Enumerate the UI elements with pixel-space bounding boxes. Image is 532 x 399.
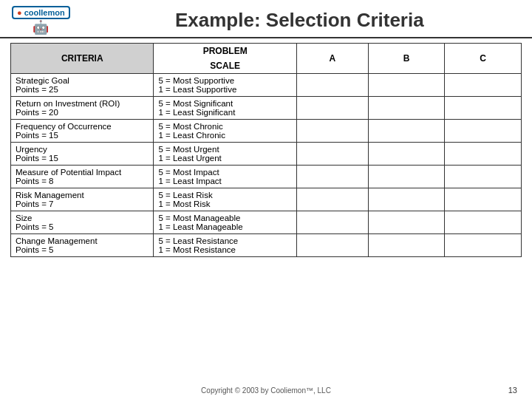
- table-row: Strategic GoalPoints = 255 = Most Suppor…: [11, 74, 522, 97]
- cell-a: [296, 166, 368, 188]
- page: ● coollemon 🤖 Example: Selection Criteri…: [0, 0, 532, 399]
- criteria-cell: Return on Investment (ROI)Points = 20: [11, 97, 154, 120]
- cell-b: [368, 74, 445, 97]
- logo-area: ● coollemon 🤖: [12, 6, 70, 34]
- table-row: Measure of Potential ImpactPoints = 85 =…: [11, 166, 522, 188]
- table-row: Return on Investment (ROI)Points = 205 =…: [11, 97, 522, 120]
- criteria-cell: Change ManagementPoints = 5: [11, 234, 154, 257]
- scale-cell: 5 = Least Resistance1 = Most Resistance: [154, 234, 296, 257]
- col-a-header: A: [296, 44, 368, 74]
- criteria-cell: Measure of Potential ImpactPoints = 8: [11, 166, 154, 188]
- col-b-header: B: [368, 44, 445, 74]
- criteria-cell: Strategic GoalPoints = 25: [11, 74, 154, 97]
- criteria-cell: SizePoints = 5: [11, 211, 154, 234]
- table-body: Strategic GoalPoints = 255 = Most Suppor…: [11, 74, 522, 257]
- cell-c: [445, 234, 522, 257]
- logo-text: coollemon: [24, 8, 65, 17]
- table-row: Frequency of OccurrencePoints = 155 = Mo…: [11, 120, 522, 143]
- table-row: SizePoints = 55 = Most Manageable1 = Lea…: [11, 211, 522, 234]
- cell-c: [445, 188, 522, 211]
- cell-c: [445, 143, 522, 166]
- scale-cell: 5 = Least Risk1 = Most Risk: [154, 188, 296, 211]
- table-row: UrgencyPoints = 155 = Most Urgent1 = Lea…: [11, 143, 522, 166]
- scale-cell: 5 = Most Urgent1 = Least Urgent: [154, 143, 296, 166]
- cell-b: [368, 166, 445, 188]
- cell-b: [368, 143, 445, 166]
- cell-a: [296, 188, 368, 211]
- cell-c: [445, 166, 522, 188]
- problem-header: PROBLEM: [154, 44, 296, 59]
- cell-a: [296, 74, 368, 97]
- criteria-cell: Risk ManagementPoints = 7: [11, 188, 154, 211]
- table-row: Change ManagementPoints = 55 = Least Res…: [11, 234, 522, 257]
- cell-b: [368, 97, 445, 120]
- criteria-table: CRITERIA PROBLEM A B C SCALE Strategic G…: [10, 43, 522, 257]
- cell-b: [368, 234, 445, 257]
- table-row: Risk ManagementPoints = 75 = Least Risk1…: [11, 188, 522, 211]
- col-c-header: C: [445, 44, 522, 74]
- footer-page-number: 13: [508, 386, 517, 395]
- criteria-header: CRITERIA: [11, 44, 154, 74]
- scale-cell: 5 = Most Manageable1 = Least Manageable: [154, 211, 296, 234]
- cell-b: [368, 188, 445, 211]
- cell-a: [296, 120, 368, 143]
- criteria-cell: UrgencyPoints = 15: [11, 143, 154, 166]
- cell-a: [296, 97, 368, 120]
- cell-c: [445, 120, 522, 143]
- cell-a: [296, 234, 368, 257]
- scale-header: SCALE: [154, 58, 296, 74]
- cell-c: [445, 211, 522, 234]
- robot-icon: 🤖: [33, 21, 49, 34]
- cell-c: [445, 74, 522, 97]
- page-title: Example: Selection Criteria: [79, 9, 520, 32]
- scale-cell: 5 = Most Impact1 = Least Impact: [154, 166, 296, 188]
- cell-a: [296, 211, 368, 234]
- criteria-cell: Frequency of OccurrencePoints = 15: [11, 120, 154, 143]
- cell-c: [445, 97, 522, 120]
- scale-cell: 5 = Most Significant1 = Least Significan…: [154, 97, 296, 120]
- scale-cell: 5 = Most Chronic1 = Least Chronic: [154, 120, 296, 143]
- cell-a: [296, 143, 368, 166]
- cell-b: [368, 120, 445, 143]
- header: ● coollemon 🤖 Example: Selection Criteri…: [0, 0, 532, 38]
- footer-copyright: Copyright © 2003 by Cooliemon™, LLC: [0, 386, 532, 395]
- table-header-row1: CRITERIA PROBLEM A B C: [11, 44, 522, 59]
- cell-b: [368, 211, 445, 234]
- scale-cell: 5 = Most Supportive1 = Least Supportive: [154, 74, 296, 97]
- table-container: CRITERIA PROBLEM A B C SCALE Strategic G…: [0, 38, 532, 260]
